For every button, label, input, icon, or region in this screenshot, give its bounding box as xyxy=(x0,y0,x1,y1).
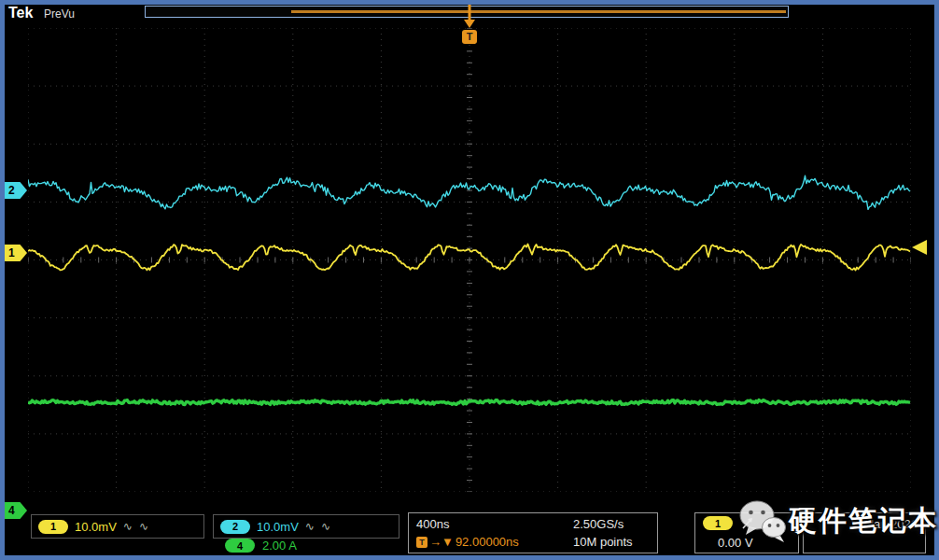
ch1-readout[interactable]: 1 10.0mV ∿ ∿ xyxy=(31,514,204,539)
trigger-delay-readout: T →▼ 92.00000ns xyxy=(416,535,573,549)
ch4-scale: 2.00 A xyxy=(262,539,297,553)
ch2-readout[interactable]: 2 10.0mV ∿ ∿ xyxy=(213,514,399,539)
record-length: 10M points xyxy=(573,535,650,549)
acquisition-record-line xyxy=(291,10,786,13)
ch2-badge: 2 xyxy=(220,520,250,534)
watermark-text: 硬件笔记本 xyxy=(789,502,938,540)
ch1-scale: 10.0mV xyxy=(75,520,117,534)
trigger-position-badge[interactable]: T xyxy=(462,30,477,44)
waveform-display xyxy=(28,28,911,492)
bandwidth-icon: ∿ xyxy=(139,520,148,533)
ch2-position-marker[interactable]: 2 xyxy=(4,182,27,199)
ch1-position-marker[interactable]: 1 xyxy=(4,245,27,261)
acquisition-mode-label: PreVu xyxy=(44,7,75,21)
ch1-badge: 1 xyxy=(38,520,68,534)
bandwidth-icon: ∿ xyxy=(321,520,330,533)
trigger-source-badge: 1 xyxy=(703,516,733,530)
tek-logo: Tek xyxy=(8,5,33,21)
oscilloscope-screen: Tek PreVu T 2 1 4 1 10.0mV ∿ ∿ 2 10.0mV … xyxy=(0,0,939,560)
trigger-position-arrow-icon[interactable] xyxy=(462,4,477,29)
ch4-readout[interactable]: 4 2.00 A xyxy=(225,539,297,553)
ch4-position-marker[interactable]: 4 xyxy=(4,502,27,519)
delay-arrows-icon: →▼ xyxy=(429,535,454,549)
horizontal-readout[interactable]: 400ns 2.50GS/s T →▼ 92.00000ns 10M point… xyxy=(408,512,658,553)
time-per-division: 400ns xyxy=(416,517,573,531)
ac-coupling-icon: ∿ xyxy=(305,520,315,533)
trigger-t-icon: T xyxy=(416,537,427,548)
ch4-badge: 4 xyxy=(225,539,255,553)
wechat-icon xyxy=(738,498,787,543)
trigger-level-marker[interactable] xyxy=(912,240,927,255)
ac-coupling-icon: ∿ xyxy=(123,520,133,533)
ch2-trace xyxy=(28,175,910,209)
graticule xyxy=(28,28,911,492)
watermark: 硬件笔记本 xyxy=(738,498,938,543)
sample-rate: 2.50GS/s xyxy=(573,517,650,531)
trigger-delay-value: 92.00000ns xyxy=(455,535,519,549)
ch2-scale: 10.0mV xyxy=(257,520,299,534)
